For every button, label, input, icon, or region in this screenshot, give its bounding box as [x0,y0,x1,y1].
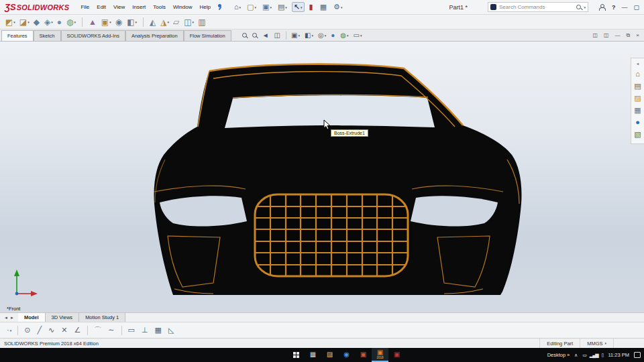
menu-item[interactable]: Insert [129,2,149,12]
custom-properties-icon[interactable]: ▧ [634,131,641,138]
menu-item[interactable]: File [77,2,93,12]
previous-view-icon[interactable]: ◄ [262,32,270,39]
toolbar-icon[interactable]: ◫ ▾ [184,18,194,26]
model-tab[interactable]: 3D Views [46,313,80,322]
browser-icon[interactable]: ◉ [338,348,355,362]
menu-item[interactable]: Window [170,2,195,12]
view-tool-icon[interactable] [286,32,286,40]
toolbar-icon[interactable]: ◩ ▾ [5,18,15,26]
graphics-viewport[interactable]: Boss-Extrude1 *Front ◂ ⌂▤▨▦●▧ [0,42,644,312]
sketch-tool-icon[interactable]: ∿ [48,326,55,334]
design-library-icon[interactable]: ▤ [634,82,641,90]
zoom-area-icon[interactable] [252,33,258,38]
account-icon[interactable] [599,4,606,11]
doc-restore-icon[interactable]: ⧉ [627,33,631,38]
hidden-icons-chevron[interactable]: ∧ [574,353,578,358]
sketch-tool-icon[interactable] [87,326,88,335]
action-center-icon[interactable] [634,352,641,358]
toolbar-icon[interactable]: ◉ [115,18,123,26]
save-icon[interactable]: ▣ ▾ [261,3,273,11]
help-icon[interactable]: ? [612,4,616,11]
doc-close-icon[interactable]: × [636,33,639,38]
app-icon-maroon[interactable]: ▣ [388,348,405,362]
view-palette-icon[interactable]: ▦ [634,107,641,114]
search-icon[interactable] [576,5,581,9]
command-tab[interactable]: Flow Simulation [184,30,231,41]
search-commands-box[interactable]: Search Commands ▾ [488,2,588,12]
command-tab[interactable]: Analysis Preparation [125,30,184,41]
toolbar-icon[interactable]: ▲ [89,18,97,26]
search-input[interactable]: Search Commands [499,4,574,10]
doc-minimize-icon[interactable]: — [615,33,621,38]
next-tab-icon[interactable]: ► [10,316,14,320]
home-icon[interactable]: ⌂ ▾ [233,3,242,11]
sketch-tool-icon[interactable] [17,326,18,335]
tray-battery-icon[interactable]: ▯ [602,353,604,357]
toolbar-icon[interactable]: ◈ ▾ [44,18,53,26]
toolbar-icon[interactable]: ◧ ▾ [127,18,137,26]
apply-scene-icon[interactable]: ◍ ▾ [340,32,348,39]
hide-show-items-icon[interactable]: ◎ ▾ [318,32,326,39]
evaluate-grid-icon[interactable]: ▦ [319,3,329,11]
view-settings-icon[interactable]: ▭ ▾ [353,32,362,39]
zoom-fit-icon[interactable] [242,33,248,38]
toolbar-icon[interactable]: ▱ [173,18,180,26]
start-button[interactable] [287,348,305,362]
menu-item[interactable]: View [110,2,128,12]
toolbar-icon[interactable]: ◆ [34,18,40,26]
pane-display-icon-2[interactable]: ◫ [604,33,609,38]
sketch-tool-icon[interactable]: ∠ [74,326,81,334]
file-explorer-icon[interactable]: ▨ [634,95,641,102]
open-document-icon[interactable]: ▢ ▾ [246,3,258,11]
solidworks-resources-icon[interactable]: ⌂ [635,70,640,78]
toolbar-icon[interactable]: ◪ ▾ [19,18,30,26]
sketch-tool-icon[interactable] [121,326,122,335]
file-explorer-icon[interactable]: ▨ [321,348,338,362]
solidworks-2018-icon[interactable]: ▣ 2018 [372,348,388,362]
toolbar-icon[interactable]: ◮ ▾ [160,18,169,26]
task-view-icon[interactable]: ▦ [305,348,321,362]
tray-network-icon[interactable]: ▂▄▆ [590,353,598,357]
section-view-icon[interactable]: ◫ [274,32,281,39]
sketch-tool-icon[interactable]: ⌒ [94,326,102,334]
toolbar-icon[interactable] [82,17,83,27]
toolbar-icon[interactable]: ▣ ▾ [101,18,111,26]
sketch-tool-icon[interactable]: ▦ [155,326,162,334]
clock[interactable]: 11:23 PM [608,352,629,358]
menu-item[interactable]: Tools [150,2,169,12]
maximize-button[interactable]: ▢ [633,4,639,11]
sketch-tool-icon[interactable]: ╱ [37,326,42,334]
toolbar-icon[interactable] [143,17,144,27]
task-pane-collapse-icon[interactable]: ◂ [637,61,639,66]
sketch-tool-icon[interactable]: ⊙ [24,326,31,334]
view-orientation-icon[interactable]: ▣ ▾ [291,32,300,39]
sketch-tool-icon[interactable]: ⊥ [142,326,149,334]
rebuild-icon[interactable]: ▮ [308,3,315,11]
menu-item[interactable]: Help [196,2,213,12]
prev-tab-icon[interactable]: ◄ [4,316,8,320]
toolbar-icon[interactable]: ◍ ▾ [66,18,76,26]
command-tab[interactable]: SOLIDWORKS Add-Ins [61,30,125,41]
model-tab[interactable]: Motion Study 1 [79,313,125,322]
model-tab[interactable]: Model [18,313,46,322]
sketch-tool-icon[interactable]: ◺ [168,326,174,334]
units-selector[interactable]: MMGS ▾ [580,339,613,348]
menu-item[interactable]: Edit [93,2,109,12]
options-gear-icon[interactable]: ⚙ ▾ [332,3,343,11]
sketch-tool-icon[interactable]: · ▾ [7,326,11,334]
toolbar-icon[interactable]: ▥ [198,18,206,26]
select-cursor-icon[interactable]: ↖ ▾ [292,2,305,12]
sketch-tool-icon[interactable]: ∼ [108,326,115,334]
app-icon-red[interactable]: ▣ [355,348,372,362]
pin-menu-icon[interactable] [217,3,223,11]
toolbar-icon[interactable]: ● [57,18,62,26]
appearances-icon[interactable]: ● [635,119,640,126]
edit-appearance-icon[interactable]: ● [331,32,335,39]
display-style-icon[interactable]: ◧ ▾ [305,32,313,39]
command-tab[interactable]: Features [1,30,34,41]
pane-display-icon[interactable]: ◫ [592,33,598,38]
minimize-button[interactable]: — [621,4,627,11]
toolbar-icon[interactable]: ◭ [150,18,156,26]
desktop-toolbar[interactable]: Desktop » [547,352,570,358]
sketch-tool-icon[interactable]: ▭ [128,326,136,334]
